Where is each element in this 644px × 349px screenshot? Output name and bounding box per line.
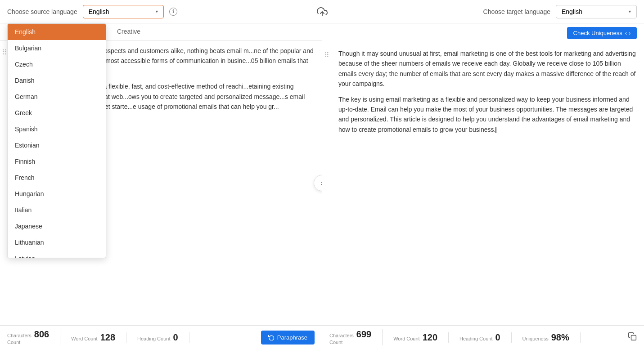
right-chars-label: CharactersCount [329,332,354,345]
right-panel-header: Check Uniqueness ‹ › [322,23,644,43]
dropdown-item-german[interactable]: German [8,89,106,105]
dropdown-item-english[interactable]: English [8,24,106,40]
target-lang-select[interactable]: English ▾ [556,5,637,18]
dropdown-item-spanish[interactable]: Spanish [8,121,106,137]
top-bar: Choose source language English ▾ ℹ Choos… [0,0,644,23]
upload-button[interactable] [315,4,329,19]
left-status-bar: CharactersCount 806 Word Count 128 Headi… [0,325,322,349]
source-lang-label: Choose source language [7,8,77,15]
right-panel-body: ⠿ Though it may sound unusual at first, … [322,43,644,325]
left-word-stat: Word Count 128 [71,332,126,343]
dropdown-item-czech[interactable]: Czech [8,56,106,72]
check-uniqueness-label: Check Uniqueness [573,30,622,36]
right-word-stat: Word Count 120 [393,332,449,343]
right-chars-value: 699 [356,329,371,340]
dropdown-item-bulgarian[interactable]: Bulgarian [8,40,106,56]
drag-handle-left[interactable]: ⠿ [2,47,7,58]
dropdown-scroll-area[interactable]: EnglishBulgarianCzechDanishGermanGreekSp… [8,24,106,258]
left-word-label: Word Count [71,336,98,342]
dropdown-item-lithuanian[interactable]: Lithuanian [8,234,106,251]
right-word-value: 120 [423,332,437,343]
dropdown-item-danish[interactable]: Danish [8,72,106,89]
left-word-value: 128 [100,332,115,343]
left-chars-value: 806 [34,329,49,340]
right-uniqueness-stat: Uniqueness 98% [522,332,581,343]
left-heading-label: Heading Count [137,336,170,342]
transfer-button-container: › [314,175,322,191]
right-status-bar: CharactersCount 699 Word Count 120 Headi… [322,325,644,349]
source-lang-value: English [89,8,109,15]
right-uniqueness-label: Uniqueness [522,336,549,342]
right-heading-label: Heading Count [459,336,492,342]
right-uniqueness-value: 98% [551,332,569,343]
center-actions [315,4,329,19]
right-word-label: Word Count [393,336,420,342]
dropdown-item-greek[interactable]: Greek [8,105,106,121]
target-section: Choose target language English ▾ [329,5,637,18]
info-icon[interactable]: ℹ [169,8,177,16]
right-chars-stat: CharactersCount 699 [329,329,383,345]
dropdown-item-japanese[interactable]: Japanese [8,218,106,234]
left-heading-value: 0 [173,332,178,343]
target-lang-button[interactable]: English ▾ [556,5,637,18]
svg-rect-1 [631,335,636,340]
right-paragraph-1: Though it may sound unusual at first, em… [338,49,637,89]
paraphrase-button[interactable]: Paraphrase [261,331,315,345]
left-heading-stat: Heading Count 0 [137,332,189,343]
uniqueness-nav-icons: ‹ › [625,30,630,36]
left-chars-label: CharactersCount [7,332,32,345]
right-heading-value: 0 [495,332,500,343]
right-text-content: Though it may sound unusual at first, em… [329,49,637,134]
transfer-button[interactable]: › [314,175,322,191]
target-lang-label: Choose target language [483,8,550,15]
drag-handle-right[interactable]: ⠿ [324,49,329,61]
right-panel: Check Uniqueness ‹ › ⠿ Though it may sou… [322,23,644,349]
right-heading-stat: Heading Count 0 [459,332,512,343]
check-uniqueness-button[interactable]: Check Uniqueness ‹ › [567,27,637,39]
language-dropdown: EnglishBulgarianCzechDanishGermanGreekSp… [7,23,106,258]
source-lang-button[interactable]: English ▾ [83,5,164,18]
right-paragraph-2: The key is using email marketing as a fl… [338,94,637,135]
left-chars-stat: CharactersCount 806 [7,329,60,345]
source-section: Choose source language English ▾ ℹ [7,5,315,18]
chevron-down-icon-target: ▾ [629,9,631,14]
text-cursor [495,127,496,133]
dropdown-item-italian[interactable]: Italian [8,202,106,218]
dropdown-item-french[interactable]: French [8,170,106,186]
dropdown-item-estonian[interactable]: Estonian [8,137,106,153]
source-lang-select[interactable]: English ▾ [83,5,164,18]
paraphrase-label: Paraphrase [277,334,307,341]
chevron-down-icon: ▾ [156,9,158,14]
copy-button[interactable] [628,332,637,343]
target-lang-value: English [562,8,582,15]
dropdown-item-hungarian[interactable]: Hungarian [8,186,106,202]
dropdown-item-latvian[interactable]: Latvian [8,251,106,258]
dropdown-item-finnish[interactable]: Finnish [8,153,106,170]
tab-creative[interactable]: Creative [111,23,147,40]
